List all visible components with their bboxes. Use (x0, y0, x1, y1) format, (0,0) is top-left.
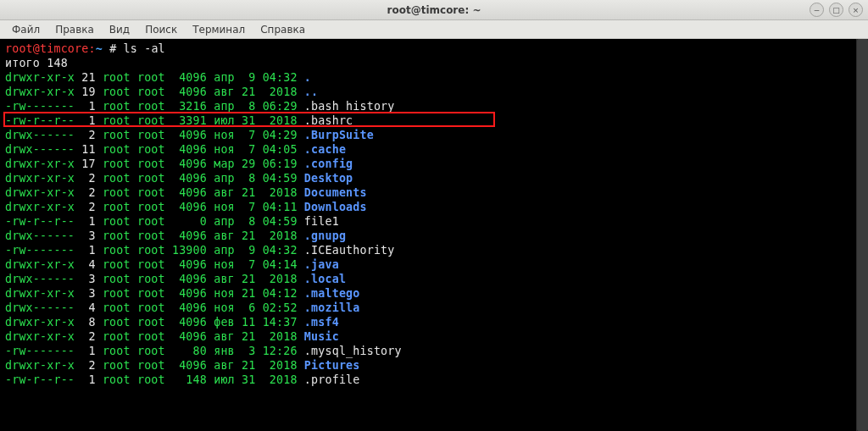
filename: .gnupg (298, 229, 346, 242)
owner: root (96, 330, 131, 343)
filename: Documents (298, 186, 367, 199)
group: root (131, 244, 165, 257)
date: фев 11 14:37 (207, 316, 298, 329)
date: ноя 6 02:52 (207, 301, 298, 314)
size: 4096 (165, 129, 207, 141)
close-button[interactable]: × (849, 3, 863, 17)
owner: root (96, 359, 131, 372)
perm: drwxr-xr-x (5, 186, 75, 199)
size: 80 (165, 345, 207, 357)
listing-row: drwxr-xr-x 4 root root 4096 ноя 7 04:14 … (5, 257, 863, 272)
perm: -rw-r--r-- (5, 373, 75, 386)
links: 1 (75, 373, 96, 386)
listing-row: drwx------ 11 root root 4096 ноя 7 04:05… (5, 142, 863, 157)
perm: -rw------- (5, 100, 75, 113)
links: 19 (75, 86, 96, 98)
date: авг 21 2018 (207, 359, 298, 372)
window-controls: − □ × (810, 3, 863, 17)
perm: drwx------ (5, 273, 75, 285)
perm: drwxr-xr-x (5, 316, 75, 329)
maximize-button[interactable]: □ (829, 3, 843, 17)
owner: root (96, 100, 131, 113)
perm: drwxr-xr-x (5, 330, 75, 343)
group: root (131, 373, 165, 386)
menu-file[interactable]: Файл (5, 22, 47, 37)
maximize-icon: □ (832, 6, 840, 14)
date: авг 21 2018 (207, 86, 298, 98)
date: июл 31 2018 (207, 373, 298, 386)
links: 2 (75, 129, 96, 141)
listing-row: drwxr-xr-x 19 root root 4096 авг 21 2018… (5, 85, 863, 99)
group: root (131, 86, 165, 98)
menu-view[interactable]: Вид (103, 22, 136, 37)
group: root (131, 316, 165, 329)
size: 4096 (165, 330, 207, 343)
date: авг 21 2018 (207, 330, 298, 343)
links: 8 (75, 316, 96, 329)
prompt-path: ~ (96, 42, 103, 55)
listing-row: drwxr-xr-x 2 root root 4096 ноя 7 04:11 … (5, 200, 863, 214)
listing-row: -rw------- 1 root root 80 янв 3 12:26 .m… (5, 344, 863, 358)
filename: Desktop (298, 172, 353, 185)
size: 4096 (165, 157, 207, 170)
size: 0 (165, 215, 207, 228)
perm: drwx------ (5, 129, 75, 141)
owner: root (96, 244, 131, 257)
date: ноя 7 04:14 (207, 258, 298, 271)
filename: file1 (298, 215, 339, 228)
menu-search[interactable]: Поиск (138, 22, 184, 37)
group: root (131, 258, 165, 271)
close-icon: × (853, 6, 860, 14)
group: root (131, 345, 165, 357)
links: 17 (75, 157, 96, 170)
filename: .config (298, 157, 353, 170)
listing-row: -rw-r--r-- 1 root root 3391 июл 31 2018 … (5, 113, 863, 128)
group: root (131, 201, 165, 213)
group: root (131, 129, 165, 141)
size: 4096 (165, 316, 207, 329)
menu-terminal[interactable]: Терминал (186, 22, 252, 37)
owner: root (96, 86, 131, 98)
date: авг 21 2018 (207, 229, 298, 242)
links: 2 (75, 201, 96, 213)
listing-row: drwxr-xr-x 2 root root 4096 авг 21 2018 … (5, 185, 863, 200)
menu-help[interactable]: Справка (253, 22, 312, 37)
size: 4096 (165, 143, 207, 156)
prompt-sep: : (88, 42, 95, 55)
owner: root (96, 273, 131, 285)
size: 3216 (165, 100, 207, 113)
group: root (131, 186, 165, 199)
prompt-userhost: root@timcore (5, 42, 88, 55)
perm: -rw------- (5, 345, 75, 357)
size: 4096 (165, 86, 207, 98)
terminal[interactable]: root@timcore:~ # ls -al итого 148 drwxr-… (0, 39, 868, 431)
group: root (131, 114, 165, 127)
owner: root (96, 114, 131, 127)
group: root (131, 71, 165, 84)
perm: drwxr-xr-x (5, 71, 75, 84)
scrollbar-thumb[interactable] (857, 39, 868, 431)
scrollbar[interactable] (856, 39, 868, 431)
size: 4096 (165, 301, 207, 314)
filename: .bashrc (298, 114, 353, 127)
date: мар 29 06:19 (207, 157, 298, 170)
filename: .maltego (298, 287, 360, 300)
listing-row: drwxr-xr-x 2 root root 4096 авг 21 2018 … (5, 358, 863, 373)
filename: Music (298, 330, 339, 343)
menu-edit[interactable]: Правка (48, 22, 101, 37)
links: 2 (75, 330, 96, 343)
owner: root (96, 287, 131, 300)
filename: .java (298, 258, 339, 271)
filename: .mysql_history (298, 345, 402, 357)
perm: drwx------ (5, 301, 75, 314)
links: 1 (75, 215, 96, 228)
listing-row: -rw-r--r-- 1 root root 0 апр 8 04:59 fil… (5, 214, 863, 229)
listing-row: drwxr-xr-x 21 root root 4096 апр 9 04:32… (5, 70, 863, 85)
listing-row: drwx------ 3 root root 4096 авг 21 2018 … (5, 272, 863, 286)
owner: root (96, 129, 131, 141)
listing-row: drwxr-xr-x 17 root root 4096 мар 29 06:1… (5, 157, 863, 171)
owner: root (96, 316, 131, 329)
minimize-button[interactable]: − (810, 3, 824, 17)
listing-container: drwxr-xr-x 21 root root 4096 апр 9 04:32… (5, 70, 863, 387)
owner: root (96, 301, 131, 314)
